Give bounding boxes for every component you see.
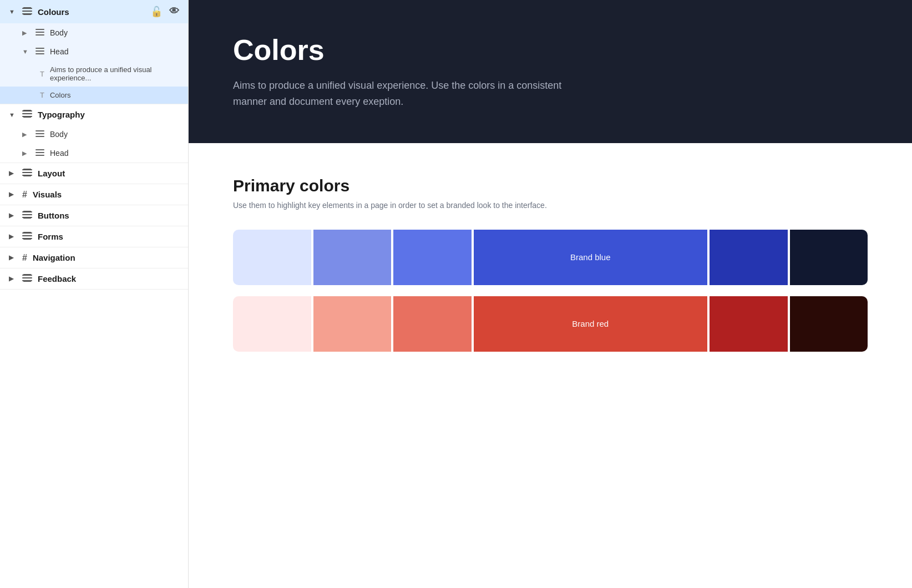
sidebar-item-typo-body[interactable]: ▶ Body (0, 125, 188, 144)
svg-rect-22 (22, 169, 32, 170)
sidebar-item-layout[interactable]: ▶ Layout (0, 163, 188, 184)
svg-rect-35 (23, 232, 31, 232)
svg-rect-39 (22, 280, 32, 281)
svg-rect-7 (36, 34, 44, 36)
primary-colors-section: Primary colors Use them to highlight key… (189, 143, 912, 396)
chevron-down-icon: ▼ (9, 111, 17, 118)
menu-icon (22, 110, 32, 119)
svg-rect-14 (23, 110, 31, 110)
menu-icon (36, 130, 44, 139)
sidebar-section-forms: ▶ Forms (0, 226, 188, 247)
hash-icon: # (22, 254, 27, 262)
sidebar-item-layout-label: Layout (38, 169, 179, 178)
svg-rect-34 (22, 238, 32, 239)
swatch-red-mid (393, 296, 472, 352)
svg-rect-5 (36, 29, 44, 30)
sidebar-item-forms-label: Forms (38, 232, 179, 241)
main-content: Colors Aims to produce a unified visual … (189, 0, 912, 588)
swatch-blue-mid (393, 230, 472, 285)
sidebar-item-typography[interactable]: ▼ Typography (0, 104, 188, 125)
chevron-down-icon: ▼ (9, 8, 17, 15)
sidebar-item-colours-head[interactable]: ▼ Head (0, 42, 188, 61)
sidebar-deep-aims-label: Aims to produce a unified visual experie… (50, 65, 179, 82)
svg-rect-37 (22, 275, 32, 276)
sidebar-item-buttons[interactable]: ▶ Buttons (0, 205, 188, 226)
sidebar-item-feedback-label: Feedback (38, 274, 179, 283)
svg-rect-12 (22, 113, 32, 114)
chevron-down-icon: ▼ (22, 48, 30, 55)
svg-rect-26 (23, 176, 31, 176)
sidebar-item-colours[interactable]: ▼ Colours 🔓 👁 (0, 0, 188, 23)
sidebar-item-navigation-label: Navigation (33, 253, 179, 262)
sidebar-section-colours: ▼ Colours 🔓 👁 ▶ (0, 0, 188, 104)
chevron-right-icon: ▶ (9, 254, 17, 261)
svg-rect-16 (36, 130, 44, 131)
swatch-blue-light (313, 230, 392, 285)
svg-rect-33 (22, 235, 32, 236)
menu-icon (36, 149, 44, 158)
sidebar-deep-item-aims[interactable]: T Aims to produce a unified visual exper… (0, 61, 188, 87)
unlock-icon[interactable]: 🔓 (150, 6, 163, 18)
chevron-right-icon: ▶ (9, 212, 17, 219)
brand-red-palette: Brand red (233, 296, 868, 352)
section-description: Use them to highlight key elements in a … (233, 201, 868, 210)
sidebar-item-colours-body-label: Body (50, 28, 68, 37)
sidebar-section-buttons: ▶ Buttons (0, 205, 188, 226)
svg-rect-4 (23, 14, 31, 15)
svg-rect-32 (22, 232, 32, 234)
swatch-red-lightest (233, 296, 311, 352)
sidebar-section-visuals: ▶ # Visuals (0, 184, 188, 205)
svg-rect-20 (36, 152, 44, 153)
text-icon: T (40, 91, 44, 99)
sidebar-section-typography: ▼ Typography ▶ Body (0, 104, 188, 163)
sidebar-item-colours-head-label: Head (50, 47, 68, 56)
sidebar-deep-item-colors[interactable]: T Colors (0, 87, 188, 104)
hero-section: Colors Aims to produce a unified visual … (189, 0, 912, 143)
svg-rect-2 (22, 13, 32, 14)
svg-rect-24 (22, 175, 32, 176)
chevron-right-icon: ▶ (9, 191, 17, 198)
svg-rect-40 (23, 274, 31, 275)
sidebar-item-visuals[interactable]: ▶ # Visuals (0, 184, 188, 205)
svg-rect-29 (22, 217, 32, 218)
svg-rect-13 (22, 116, 32, 117)
sidebar-item-forms[interactable]: ▶ Forms (0, 226, 188, 247)
menu-icon (22, 274, 32, 283)
chevron-right-icon: ▶ (22, 150, 30, 157)
sidebar-item-typo-body-label: Body (50, 130, 68, 139)
sidebar-item-buttons-label: Buttons (38, 211, 179, 220)
sidebar-item-colours-body[interactable]: ▶ Body (0, 23, 188, 42)
chevron-right-icon: ▶ (9, 233, 17, 240)
svg-rect-31 (23, 218, 31, 219)
swatch-red-dark (710, 296, 788, 352)
chevron-right-icon: ▶ (9, 275, 17, 282)
svg-rect-17 (36, 133, 44, 134)
svg-rect-27 (22, 211, 32, 212)
eye-icon[interactable]: 👁 (169, 6, 179, 18)
sidebar: ▼ Colours 🔓 👁 ▶ (0, 0, 189, 588)
hero-description: Aims to produce a unified visual experie… (233, 78, 588, 110)
svg-rect-1 (22, 11, 32, 12)
sidebar-section-feedback: ▶ Feedback (0, 268, 188, 290)
swatch-red-brand: Brand red (474, 296, 708, 352)
section-title: Primary colors (233, 176, 868, 195)
svg-rect-3 (23, 7, 31, 8)
sidebar-colours-toolbar: 🔓 👁 (150, 6, 179, 18)
menu-icon (22, 211, 32, 220)
svg-rect-41 (23, 281, 31, 282)
chevron-right-icon: ▶ (22, 29, 30, 37)
menu-icon (22, 7, 32, 17)
sidebar-item-feedback[interactable]: ▶ Feedback (0, 268, 188, 289)
chevron-right-icon: ▶ (9, 170, 17, 177)
svg-rect-15 (23, 117, 31, 118)
sidebar-section-layout: ▶ Layout (0, 163, 188, 184)
sidebar-item-typo-head[interactable]: ▶ Head (0, 144, 188, 163)
sidebar-item-navigation[interactable]: ▶ # Navigation (0, 247, 188, 268)
svg-rect-8 (36, 48, 44, 49)
svg-rect-0 (22, 8, 32, 9)
swatch-red-light (313, 296, 392, 352)
sidebar-item-visuals-label: Visuals (33, 190, 179, 199)
svg-rect-18 (36, 136, 44, 137)
svg-rect-23 (22, 172, 32, 173)
text-icon: T (40, 70, 44, 78)
